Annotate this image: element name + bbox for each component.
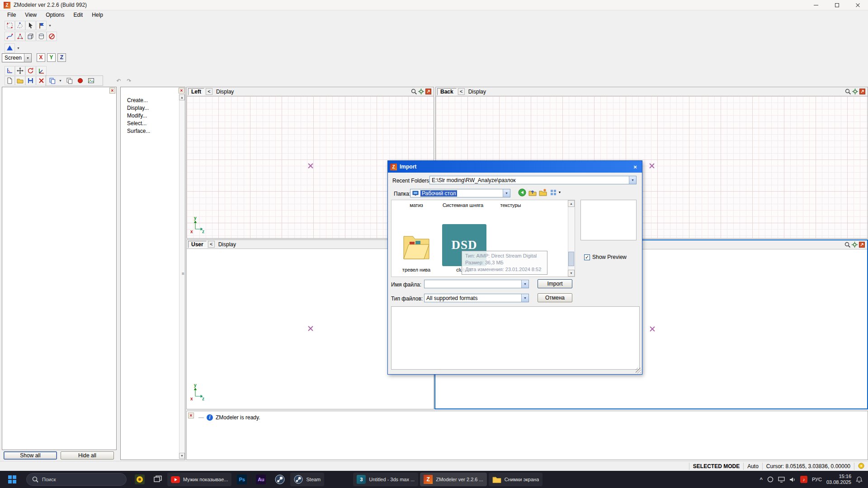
cylinder-tool-button[interactable] (36, 32, 47, 41)
instance-copy-button[interactable] (47, 76, 57, 85)
cursor-tool-button[interactable] (25, 21, 36, 30)
maximize-button[interactable] (826, 0, 847, 10)
language-indicator[interactable]: РУС (812, 477, 822, 482)
tray-monitor-icon[interactable] (778, 477, 785, 483)
maximize-viewport-icon[interactable] (859, 242, 865, 248)
taskbar-app-youtube[interactable]: Мужик показывае... (167, 473, 231, 486)
widgets-button[interactable] (131, 473, 148, 486)
viewport-back-button[interactable]: < (458, 88, 465, 95)
snap-tool-button[interactable] (5, 66, 15, 75)
zoom-icon[interactable] (845, 89, 851, 94)
taskbar-app-zmodeler[interactable]: Z ZModeler ver 2.2.6 ... (420, 473, 487, 486)
copy-dropdown-button[interactable]: ▼ (57, 76, 63, 85)
file-item-label[interactable]: текстуры (489, 202, 532, 208)
file-list-scroll-thumb[interactable] (568, 252, 574, 266)
surface-tool-button[interactable] (47, 32, 57, 41)
taskbar-app-screenshots[interactable]: Снимки экрана (489, 473, 543, 486)
viewport-user-label[interactable]: User (188, 241, 207, 248)
selection-dropdown-button[interactable]: ▼ (47, 21, 53, 30)
move-tool-button[interactable] (15, 66, 25, 75)
start-button[interactable] (5, 473, 20, 486)
tool-menu-modify[interactable]: Modify... (121, 112, 185, 119)
close-button[interactable] (847, 0, 868, 10)
taskbar-app-audition[interactable]: Au (252, 473, 269, 486)
menu-file[interactable]: File (3, 11, 20, 19)
axis-x-button[interactable]: X (37, 53, 45, 62)
file-list[interactable]: матиз Системная шняга текстуры тревел ни… (391, 200, 575, 277)
taskbar-clock[interactable]: 15:16 03.08.2025 (826, 474, 851, 485)
zoom-icon[interactable] (844, 242, 850, 248)
taskbar-app-3dsmax[interactable]: 3 Untitled - 3ds max ... (353, 473, 418, 486)
log-close-button[interactable]: × (188, 413, 194, 418)
redo-button[interactable]: ↷ (124, 76, 134, 85)
show-preview-checkbox[interactable]: ✓ (584, 254, 590, 260)
aimp-tray-icon[interactable]: ♪ (800, 476, 807, 483)
cube-tool-button[interactable] (25, 32, 36, 41)
taskbar-search[interactable]: Поиск (26, 473, 127, 486)
cancel-button[interactable]: Отмена (538, 293, 572, 302)
undo-button[interactable]: ↶ (113, 76, 124, 85)
save-file-button[interactable] (25, 76, 36, 85)
tool-menu-scroll-up[interactable]: ▲ (179, 94, 185, 100)
vertex-edit-button[interactable] (15, 32, 25, 41)
import-button[interactable]: Import (538, 279, 572, 288)
hide-all-button[interactable]: Hide all (61, 451, 114, 460)
cone-tool-button[interactable] (5, 43, 15, 53)
folder-combo[interactable]: Рабочий стол ▼ (410, 189, 510, 197)
copy-button[interactable] (64, 76, 75, 85)
flag-tool-button[interactable] (36, 21, 47, 30)
gear-icon[interactable] (852, 89, 858, 94)
folder-big-icon[interactable] (402, 231, 430, 261)
file-list-scroll-down[interactable]: ▼ (568, 270, 575, 277)
taskbar-app-steam-pinned[interactable] (271, 473, 288, 486)
notification-bell-icon[interactable] (856, 476, 863, 483)
viewport-back-button[interactable]: < (208, 241, 215, 248)
menu-help[interactable]: Help (87, 11, 108, 19)
file-item-label[interactable]: Системная шняга (438, 202, 488, 208)
menu-options[interactable]: Options (41, 11, 69, 19)
marquee-select-button[interactable] (5, 21, 15, 30)
filename-combo[interactable]: ▼ (424, 280, 529, 288)
file-item-label[interactable]: матиз (396, 202, 437, 208)
tool-menu-display[interactable]: Display... (121, 104, 185, 112)
poly-select-button[interactable] (15, 21, 25, 30)
panel-splitter-grip[interactable]: ≡ (182, 271, 184, 276)
new-file-button[interactable] (5, 76, 15, 85)
gear-icon[interactable] (852, 242, 858, 248)
menu-edit[interactable]: Edit (69, 11, 88, 19)
taskbar-app-steam[interactable]: Steam (290, 473, 324, 486)
gear-icon[interactable] (418, 89, 424, 94)
viewport-display-menu[interactable]: Display (466, 89, 488, 95)
maximize-viewport-icon[interactable] (425, 89, 431, 94)
axis-y-button[interactable]: Y (47, 53, 56, 62)
import-dialog-titlebar[interactable]: Z Import × (388, 161, 642, 173)
screen-combo[interactable]: Screen ▼ (2, 53, 32, 62)
viewport-left-label[interactable]: Left (188, 88, 204, 95)
tool-menu-create[interactable]: Create... (121, 96, 185, 104)
tray-speaker-icon[interactable] (789, 477, 796, 483)
minimize-button[interactable] (806, 0, 826, 10)
dialog-close-button[interactable]: × (631, 163, 640, 171)
scene-tree-list[interactable] (2, 87, 117, 450)
curve-tool-button[interactable] (5, 32, 15, 41)
filetype-combo[interactable]: All supported formats ▼ (424, 294, 529, 302)
show-all-button[interactable]: Show all (4, 451, 57, 460)
viewport-back-label[interactable]: Back (437, 88, 457, 95)
tool-menu-select[interactable]: Select... (121, 119, 185, 127)
tray-chevron-button[interactable]: ^ (760, 477, 762, 482)
dialog-resize-grip[interactable] (636, 368, 641, 373)
tool-menu-scroll-down[interactable]: ▼ (179, 453, 185, 459)
viewport-display-menu[interactable]: Display (216, 241, 238, 248)
viewport-back-button[interactable]: < (206, 88, 212, 95)
view-menu-button[interactable]: ▼ (549, 188, 562, 197)
back-nav-button[interactable] (518, 188, 526, 197)
zoom-icon[interactable] (411, 89, 417, 94)
tool-menu-close-button[interactable]: × (179, 88, 184, 94)
file-list-scroll-up[interactable]: ▲ (568, 200, 575, 207)
rotate-tool-button[interactable] (25, 66, 36, 75)
taskbar-app-photoshop[interactable]: Ps (233, 473, 250, 486)
up-folder-button[interactable] (528, 188, 537, 197)
folder-item-label[interactable]: тревел нива (396, 267, 437, 272)
task-view-button[interactable] (150, 473, 165, 486)
tray-cloud-icon[interactable] (767, 476, 774, 483)
